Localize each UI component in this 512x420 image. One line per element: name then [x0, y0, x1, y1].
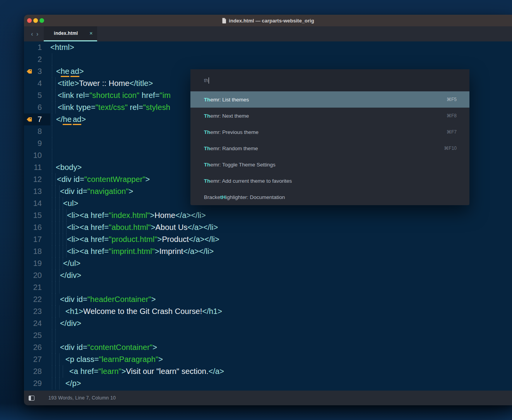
zoom-window-button[interactable] [39, 18, 44, 23]
keyboard-shortcut: ⌘F10 [444, 146, 457, 151]
code-content: <div id="headerContainer"> [60, 295, 156, 304]
tab-close-icon[interactable]: × [89, 31, 92, 36]
code-content: <li><a href="imprint.html">Imprint</a></… [67, 247, 214, 256]
gutter: 16 [24, 221, 50, 233]
tab-label: index.html [54, 31, 78, 36]
code-line[interactable]: 19</ul> [24, 257, 512, 269]
palette-item[interactable]: Themr: Toggle Theme Settings [190, 156, 469, 173]
sidebar-toggle-icon[interactable] [29, 396, 34, 401]
indent-guide [52, 197, 52, 209]
indent-guide [52, 101, 52, 113]
code-line[interactable]: 15<li><a href="index.html">Home</a></li> [24, 209, 512, 221]
editor-pane[interactable]: 1<html>23<head>4<title>Tower :: Home</ti… [24, 41, 512, 391]
indent-guide [55, 293, 56, 305]
indent-guide [55, 281, 56, 293]
code-text[interactable]: <div id="contentContainer"> [50, 341, 512, 353]
indent-guide [59, 305, 60, 317]
code-content: <link rel="shortcut icon" href="im [58, 91, 171, 100]
indent-guide [63, 245, 63, 257]
code-line[interactable]: 23<h1>Welcome to the Git Crash Course!</… [24, 305, 512, 317]
code-line[interactable]: 20</div> [24, 269, 512, 281]
code-line[interactable]: 21 [24, 281, 512, 293]
code-line[interactable]: 17<li><a href="product.html">Product</a>… [24, 233, 512, 245]
line-number: 3 [33, 67, 50, 76]
document-icon [222, 18, 226, 24]
code-line[interactable]: 25 [24, 329, 512, 341]
line-number: 14 [33, 199, 50, 208]
tab-index-html[interactable]: index.html × [44, 26, 97, 41]
indent-guide [63, 221, 63, 233]
code-line[interactable]: 27<p class="learnParagraph"> [24, 353, 512, 365]
code-text[interactable]: <html> [50, 41, 512, 53]
indent-guide [52, 113, 52, 125]
palette-item[interactable]: Themr: Next theme⌘F8 [190, 108, 469, 124]
indent-guide [59, 245, 60, 257]
palette-input[interactable]: th [190, 69, 469, 91]
code-text[interactable]: </p> [50, 377, 512, 389]
indent-guide [63, 257, 63, 269]
code-line[interactable]: 16<li><a href="about.html">About Us</a><… [24, 221, 512, 233]
gutter: 28 [24, 365, 50, 377]
indent-guide [55, 317, 56, 329]
command-palette: th Themr: List themes⌘F5Themr: Next them… [190, 69, 469, 205]
indent-guide [52, 257, 52, 269]
minimize-window-button[interactable] [33, 18, 38, 23]
code-text[interactable]: <li><a href="imprint.html">Imprint</a></… [50, 245, 512, 257]
gutter: 8 [24, 125, 50, 137]
palette-item-label: BracketHighlighter: Documentation [204, 194, 285, 200]
code-content: <div id="navigation"> [60, 187, 133, 196]
code-text[interactable]: <a href="learn">Visit our "learn" sectio… [50, 365, 512, 377]
forward-arrow-icon[interactable]: › [36, 31, 39, 37]
line-number: 22 [33, 295, 50, 304]
palette-item[interactable]: Themr: Add current theme to favorites [190, 173, 469, 189]
gutter: 29 [24, 377, 50, 389]
code-line[interactable]: 2 [24, 53, 512, 65]
gutter: 23 [24, 305, 50, 317]
close-window-button[interactable] [27, 18, 32, 23]
code-line[interactable]: 28<a href="learn">Visit our "learn" sect… [24, 365, 512, 377]
code-line[interactable]: 29</p> [24, 377, 512, 389]
code-text[interactable]: <li><a href="product.html">Product</a></… [50, 233, 512, 245]
code-text[interactable]: </ul> [50, 257, 512, 269]
gutter: 2 [24, 53, 50, 65]
code-text[interactable] [50, 281, 512, 293]
palette-item[interactable]: Themr: Random theme⌘F10 [190, 140, 469, 156]
indent-guide [59, 257, 60, 269]
code-text[interactable]: <p class="learnParagraph"> [50, 353, 512, 365]
line-number: 4 [33, 79, 50, 88]
code-text[interactable] [50, 53, 512, 65]
back-arrow-icon[interactable]: ‹ [31, 31, 33, 37]
line-number: 9 [33, 139, 50, 148]
code-content: <link type="text/css" rel="stylesh [58, 103, 170, 112]
indent-guide [55, 305, 56, 317]
code-line[interactable]: 24</div> [24, 317, 512, 329]
history-nav: ‹ › [24, 26, 44, 41]
code-text[interactable]: <li><a href="index.html">Home</a></li> [50, 209, 512, 221]
code-line[interactable]: 1<html> [24, 41, 512, 53]
code-text[interactable]: <li><a href="about.html">About Us</a></l… [50, 221, 512, 233]
line-number: 24 [33, 319, 50, 328]
palette-item[interactable]: Themr: List themes⌘F5 [190, 91, 469, 108]
indent-guide [59, 269, 60, 281]
gutter: 27 [24, 353, 50, 365]
indent-guide [55, 269, 56, 281]
code-content: <li><a href="about.html">About Us</a></l… [67, 223, 218, 232]
code-text[interactable]: <div id="headerContainer"> [50, 293, 512, 305]
code-text[interactable]: </div> [50, 317, 512, 329]
code-text[interactable]: </div> [50, 269, 512, 281]
indent-guide [52, 149, 52, 161]
gutter: 26 [24, 341, 50, 353]
indent-guide [59, 209, 60, 221]
indent-guide [52, 293, 52, 305]
palette-item[interactable]: BracketHighlighter: Documentation [190, 189, 469, 205]
code-line[interactable]: 22<div id="headerContainer"> [24, 293, 512, 305]
code-text[interactable] [50, 329, 512, 341]
line-number: 2 [33, 55, 50, 64]
code-line[interactable]: 26<div id="contentContainer"> [24, 341, 512, 353]
palette-item[interactable]: Themr: Previous theme⌘F7 [190, 124, 469, 140]
code-content: </head> [56, 115, 86, 124]
code-content: <head> [56, 67, 84, 76]
code-text[interactable]: <h1>Welcome to the Git Crash Course!</h1… [50, 305, 512, 317]
gutter: 12 [24, 173, 50, 185]
code-line[interactable]: 18<li><a href="imprint.html">Imprint</a>… [24, 245, 512, 257]
